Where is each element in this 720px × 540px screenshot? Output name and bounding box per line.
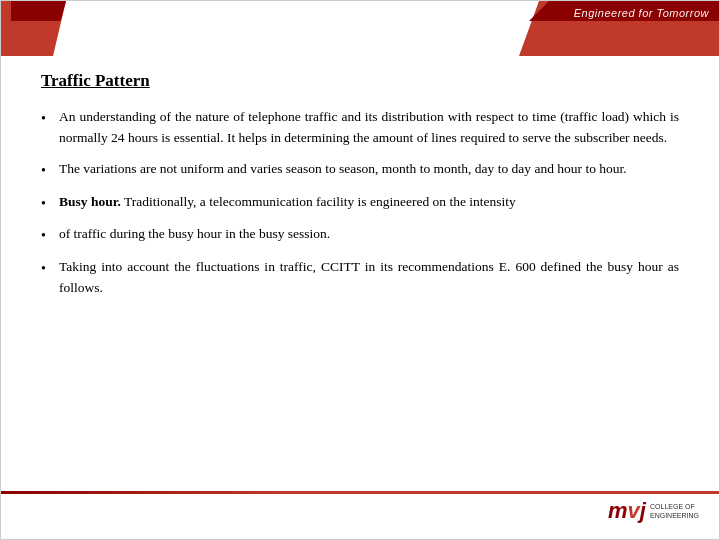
mvj-logo: mvj [608, 498, 646, 524]
bullet-text-1: An understanding of the nature of teleph… [59, 107, 679, 149]
bullet-text-4: of traffic during the busy hour in the b… [59, 224, 679, 245]
logo-area: mvj COLLEGE OF ENGINEERING [608, 498, 699, 524]
top-right-decoration: Engineered for Tomorrow [519, 1, 719, 56]
list-item: • Busy hour. Traditionally, a telecommun… [41, 192, 679, 215]
bullet-icon: • [41, 160, 59, 182]
engineered-text: Engineered for Tomorrow [574, 7, 709, 19]
top-left-dark-stripe [11, 1, 66, 21]
bullet-text-2: The variations are not uniform and varie… [59, 159, 679, 180]
bullet-list: • An understanding of the nature of tele… [41, 107, 679, 299]
bullet-icon: • [41, 193, 59, 215]
slide-title: Traffic Pattern [41, 71, 679, 91]
bullet-text-5: Taking into account the fluctuations in … [59, 257, 679, 299]
slide: Engineered for Tomorrow Traffic Pattern … [0, 0, 720, 540]
bullet-text-3: Busy hour. Traditionally, a telecommunic… [59, 192, 679, 213]
bullet-icon: • [41, 258, 59, 280]
main-content: Traffic Pattern • An understanding of th… [41, 71, 679, 479]
bottom-decorative-line [1, 491, 719, 494]
bold-prefix: Busy hour. [59, 194, 121, 209]
list-item: • An understanding of the nature of tele… [41, 107, 679, 149]
list-item: • Taking into account the fluctuations i… [41, 257, 679, 299]
list-item: • The variations are not uniform and var… [41, 159, 679, 182]
college-text: COLLEGE OF ENGINEERING [650, 502, 699, 520]
top-left-decoration [1, 1, 81, 56]
list-item: • of traffic during the busy hour in the… [41, 224, 679, 247]
bullet-icon: • [41, 108, 59, 130]
bullet-icon: • [41, 225, 59, 247]
